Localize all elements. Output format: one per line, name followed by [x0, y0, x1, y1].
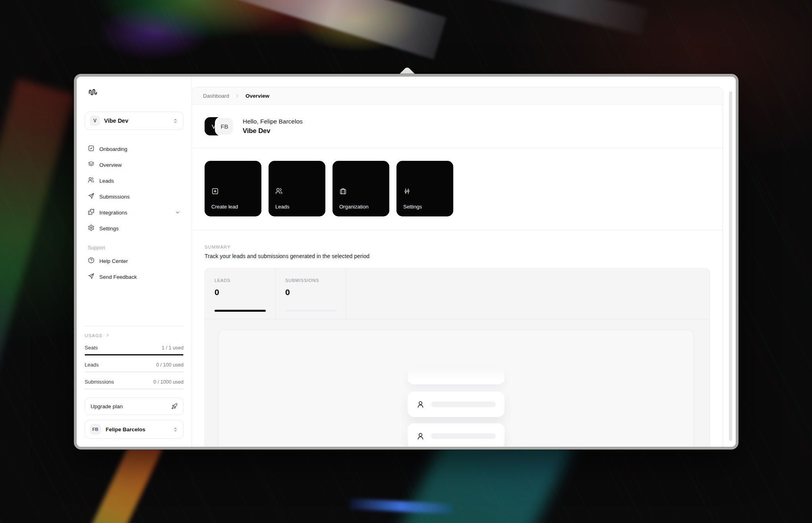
sidebar-item-label: Integrations	[99, 210, 128, 216]
quick-actions: Create lead Leads Organization	[192, 148, 723, 216]
summary-tabs: LEADS 0 SUBMISSIONS 0	[205, 268, 710, 319]
skeleton-card	[408, 423, 505, 447]
usage-section: USAGE Seats 1 / 1 used Leads 0 / 100 use…	[85, 326, 184, 439]
sidebar: V Vibe Dev Onboarding Overview	[77, 77, 192, 447]
usage-header[interactable]: USAGE	[85, 333, 184, 338]
briefcase-icon	[339, 187, 347, 199]
upgrade-plan-label: Upgrade plan	[91, 403, 123, 409]
sidebar-item-label: Submissions	[99, 194, 130, 200]
tab-indicator	[215, 310, 266, 312]
sidebar-item-settings[interactable]: Settings	[85, 220, 184, 236]
sidebar-item-label: Help Center	[99, 258, 128, 264]
usage-value: 0 / 1000 used	[153, 379, 184, 385]
breadcrumb-dashboard[interactable]: Dashboard	[203, 93, 229, 99]
settings-card[interactable]: Settings	[396, 161, 453, 216]
workspace-avatar: V	[90, 116, 100, 126]
breadcrumb: Dashboard Overview	[192, 87, 723, 105]
card-label: Leads	[275, 204, 289, 210]
usage-label: Seats	[85, 345, 98, 351]
workspace-selector[interactable]: V Vibe Dev	[85, 112, 184, 130]
leads-card[interactable]: Leads	[269, 161, 325, 216]
sidebar-item-onboarding[interactable]: Onboarding	[85, 141, 184, 157]
card-label: Create lead	[211, 204, 238, 210]
progress-track	[85, 388, 184, 390]
usage-row-leads: Leads 0 / 100 used	[85, 362, 184, 372]
chevron-up-down-icon	[172, 118, 178, 124]
summary-description: Track your leads and submissions generat…	[205, 253, 710, 259]
summary-panel: LEADS 0 SUBMISSIONS 0	[205, 268, 710, 447]
tab-indicator	[285, 310, 336, 312]
summary-section: SUMMARY Track your leads and submissions…	[192, 230, 723, 447]
usage-row-seats: Seats 1 / 1 used	[85, 345, 184, 355]
sliders-icon	[403, 187, 411, 199]
vertical-scrollbar[interactable]	[729, 91, 732, 441]
tab-submissions[interactable]: SUBMISSIONS 0	[276, 268, 346, 319]
workspace-name: Vibe Dev	[104, 118, 128, 124]
tab-value: 0	[285, 288, 336, 297]
chevron-right-icon	[105, 333, 110, 338]
usage-row-submissions: Submissions 0 / 1000 used	[85, 379, 184, 390]
skeleton-list	[408, 368, 505, 447]
sidebar-item-label: Leads	[99, 178, 114, 184]
sidebar-item-label: Onboarding	[99, 146, 128, 152]
tab-label: SUBMISSIONS	[285, 278, 336, 283]
sidebar-item-overview[interactable]: Overview	[85, 157, 184, 173]
greeting-line: Hello, Felipe Barcelos	[243, 118, 303, 125]
users-icon	[275, 187, 283, 199]
usage-heading: USAGE	[85, 333, 103, 338]
workspace-title: Vibe Dev	[243, 127, 303, 135]
sidebar-item-send-feedback[interactable]: Send Feedback	[85, 269, 184, 285]
checkbox-check-icon	[88, 145, 95, 153]
usage-label: Leads	[85, 362, 99, 368]
square-plus-icon	[211, 187, 219, 199]
usage-value: 0 / 100 used	[156, 362, 184, 368]
card-label: Organization	[339, 204, 369, 210]
sidebar-item-help-center[interactable]: Help Center	[85, 253, 184, 269]
content-panel: Dashboard Overview V FB Hello, Felipe Ba…	[191, 87, 723, 447]
chevron-down-icon	[175, 210, 180, 215]
user-icon	[416, 400, 425, 409]
tab-leads[interactable]: LEADS 0	[205, 268, 276, 319]
support-heading: Support	[85, 245, 184, 251]
layers-icon	[88, 161, 95, 169]
user-icon	[416, 432, 425, 440]
skeleton-card-faded	[408, 368, 505, 384]
tab-label: LEADS	[215, 278, 266, 283]
main-content: Dashboard Overview V FB Hello, Felipe Ba…	[192, 77, 736, 447]
skeleton-placeholder-bar	[431, 433, 496, 439]
progress-fill	[85, 354, 184, 355]
greeting-texts: Hello, Felipe Barcelos Vibe Dev	[243, 118, 303, 135]
sidebar-item-label: Send Feedback	[99, 274, 137, 280]
usage-value: 1 / 1 used	[162, 345, 184, 351]
breadcrumb-overview[interactable]: Overview	[246, 93, 269, 99]
greeting-header: V FB Hello, Felipe Barcelos Vibe Dev	[192, 105, 723, 148]
sidebar-item-submissions[interactable]: Submissions	[85, 189, 184, 205]
upgrade-plan-button[interactable]: Upgrade plan	[85, 398, 184, 415]
organization-card[interactable]: Organization	[333, 161, 389, 216]
progress-track	[85, 371, 184, 372]
skeleton-card	[408, 392, 505, 417]
sidebar-nav: Onboarding Overview Leads Submissions	[85, 141, 184, 285]
create-lead-card[interactable]: Create lead	[205, 161, 261, 216]
help-circle-icon	[88, 257, 95, 265]
usage-label: Submissions	[85, 379, 114, 385]
user-account-selector[interactable]: FB Felipe Barcelos	[85, 420, 184, 439]
user-avatar: FB	[90, 424, 101, 435]
app-window: V Vibe Dev Onboarding Overview	[74, 74, 739, 450]
users-icon	[88, 177, 95, 185]
puzzle-icon	[88, 208, 95, 216]
sidebar-item-leads[interactable]: Leads	[85, 173, 184, 189]
progress-track	[85, 354, 184, 355]
user-avatar: FB	[215, 117, 234, 136]
app-logo-waveform-icon	[88, 87, 184, 99]
avatar-group: V FB	[205, 117, 234, 136]
sidebar-item-integrations[interactable]: Integrations	[85, 205, 184, 220]
send-icon	[88, 273, 95, 281]
gear-icon	[88, 224, 95, 232]
send-icon	[88, 193, 95, 201]
chevron-up-down-icon	[172, 427, 178, 432]
skeleton-placeholder-bar	[431, 401, 496, 407]
rocket-icon	[171, 403, 178, 409]
sidebar-item-label: Settings	[99, 226, 119, 232]
chevron-right-icon	[235, 93, 240, 98]
